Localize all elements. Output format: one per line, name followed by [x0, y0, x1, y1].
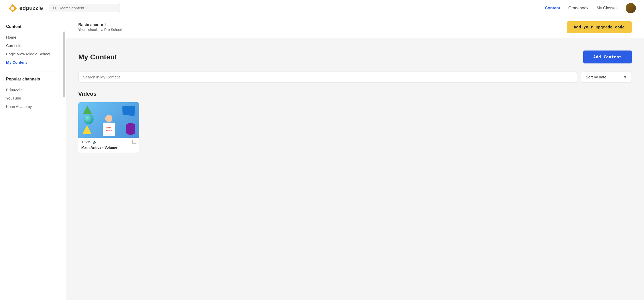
upgrade-button[interactable]: Add your upgrade code	[567, 21, 632, 33]
svg-line-3	[55, 9, 56, 9]
banner-text: Basic account Your school is a Pro Schoo…	[78, 23, 122, 32]
video-checkbox[interactable]	[132, 140, 136, 144]
yellow-cone-shape	[82, 125, 91, 134]
global-search-bar[interactable]	[49, 4, 120, 12]
logo-text: edpuzzle	[19, 5, 43, 11]
person-silhouette: mathAntics	[101, 115, 116, 138]
blue-box-shape	[122, 106, 135, 116]
user-avatar[interactable]	[626, 3, 636, 13]
video-card[interactable]: mathAntics 12:35 🔈 Math Antics - Volume	[78, 102, 139, 153]
banner-title: Basic account	[78, 23, 122, 27]
nav-links: Content Gradebook My Classes	[545, 3, 636, 13]
sidebar-item-eagle-view[interactable]: Eagle View Middle School	[6, 50, 60, 58]
sidebar-item-curriculum[interactable]: Curriculum	[6, 41, 60, 50]
nav-gradebook[interactable]: Gradebook	[568, 6, 588, 10]
sidebar-section-channels: Popular channels	[6, 77, 60, 81]
sort-dropdown[interactable]: Sort by date ▼	[581, 72, 632, 82]
sidebar-item-edpuzzle[interactable]: Edpuzzle	[6, 86, 60, 94]
svg-rect-1	[11, 7, 14, 10]
videos-section: Videos mathAntics	[78, 91, 632, 153]
content-area: My Content Add Content Sort by date ▼ Vi…	[66, 38, 644, 300]
add-content-button[interactable]: Add Content	[583, 51, 632, 63]
sidebar-item-khan-academy[interactable]: Khan Academy	[6, 102, 60, 111]
edpuzzle-logo-icon	[8, 4, 17, 13]
search-icon	[53, 6, 57, 10]
account-banner: Basic account Your school is a Pro Schoo…	[66, 16, 644, 38]
person-body: mathAntics	[103, 123, 115, 136]
sidebar: Content Home Curriculum Eagle View Middl…	[0, 16, 66, 300]
nav-content[interactable]: Content	[545, 6, 560, 10]
video-meta: 12:35 🔈	[78, 138, 139, 145]
sidebar-item-home[interactable]: Home	[6, 33, 60, 41]
video-thumbnail: mathAntics	[78, 102, 139, 138]
video-title: Math Antics - Volume	[78, 145, 139, 153]
green-prism-shape	[83, 106, 92, 114]
global-search-input[interactable]	[58, 6, 116, 10]
sidebar-section-content: Content	[6, 24, 60, 29]
chevron-down-icon: ▼	[623, 75, 627, 79]
speaker-icon: 🔈	[93, 140, 97, 144]
top-navigation: edpuzzle Content Gradebook My Classes	[0, 0, 644, 16]
teal-sphere-shape	[84, 114, 94, 124]
main-content: Basic account Your school is a Pro Schoo…	[66, 16, 644, 300]
search-row: Sort by date ▼	[78, 72, 632, 82]
person-head	[105, 115, 112, 122]
sidebar-item-my-content[interactable]: My Content	[6, 58, 60, 66]
purple-cylinder-shape	[126, 123, 135, 135]
nav-my-classes[interactable]: My Classes	[596, 6, 618, 10]
sort-label: Sort by date	[586, 75, 606, 79]
page-layout: Content Home Curriculum Eagle View Middl…	[0, 16, 644, 300]
video-duration: 12:35	[81, 140, 90, 144]
logo-area[interactable]: edpuzzle	[8, 4, 43, 13]
avatar-image	[626, 3, 636, 13]
banner-subtitle: Your school is a Pro School	[78, 28, 122, 32]
sidebar-item-youtube[interactable]: YouTube	[6, 94, 60, 102]
page-title: My Content	[78, 53, 117, 61]
videos-section-title: Videos	[78, 91, 632, 97]
content-header: My Content Add Content	[78, 51, 632, 63]
sidebar-divider	[6, 72, 60, 72]
my-content-search-input[interactable]	[78, 72, 577, 82]
sidebar-scrollbar[interactable]	[63, 31, 65, 97]
